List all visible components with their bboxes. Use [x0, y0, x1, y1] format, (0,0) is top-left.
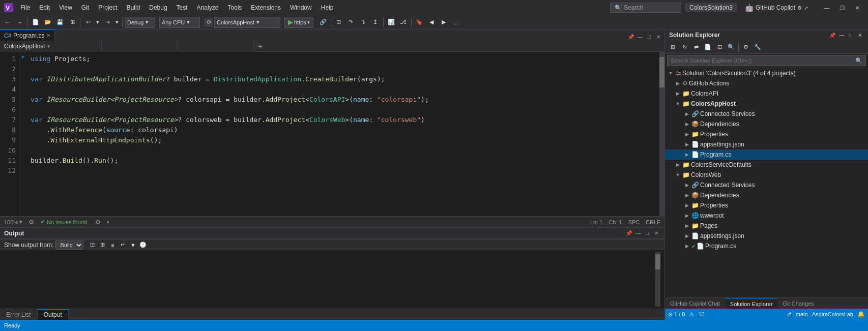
output-word-wrap-btn[interactable]: ↵ [118, 240, 127, 250]
minimize-button[interactable]: — [820, 3, 833, 12]
nav-add-btn[interactable]: + [254, 41, 266, 52]
bookmark-btn[interactable]: 🔖 [414, 17, 425, 28]
output-filter-btn[interactable]: ▼ [128, 240, 137, 250]
se-refresh-btn[interactable]: ↻ [679, 42, 690, 53]
output-content[interactable] [0, 250, 664, 309]
close-button[interactable]: ✕ [851, 3, 864, 12]
panel-close-btn[interactable]: ✕ [654, 33, 662, 41]
menu-analyze[interactable]: Analyze [193, 3, 223, 12]
output-scrollbar[interactable] [655, 252, 660, 307]
output-scrollbar-thumb[interactable] [655, 254, 660, 269]
menu-file[interactable]: File [16, 3, 34, 12]
se-tab-copilot[interactable]: GitHub Copilot Chat [665, 298, 725, 309]
redo-btn[interactable]: ↪ [102, 17, 113, 28]
tree-properties-2[interactable]: ▶ 📁 Properties [665, 200, 868, 210]
step-out-btn[interactable]: ↥ [370, 17, 381, 28]
title-search[interactable]: 🔍 Search [610, 3, 681, 13]
se-sync-btn[interactable]: ⇌ [690, 42, 702, 53]
se-tab-git[interactable]: Git Changes [778, 298, 819, 309]
output-align-left-btn[interactable]: ⊡ [88, 240, 97, 250]
menu-tools[interactable]: Tools [223, 3, 246, 12]
platform-dropdown[interactable]: Any CPU ▾ [159, 17, 200, 28]
nav-breadcrumb-1[interactable]: ColorsAppHost ▾ [0, 41, 102, 52]
menu-debug[interactable]: Debug [145, 3, 171, 12]
tree-colors-service-defaults[interactable]: ▶ 📁 ColorsServiceDefaults [665, 160, 868, 170]
scrollbar-thumb[interactable] [659, 57, 664, 87]
performance-btn[interactable]: 📊 [386, 17, 397, 28]
build-dropdown-icon[interactable]: ▾ [107, 220, 109, 225]
tree-dependencies-2[interactable]: ▶ 📦 Dependencies [665, 190, 868, 200]
se-search-input[interactable] [671, 57, 853, 64]
new-item-btn[interactable]: 📄 [30, 17, 41, 28]
se-show-files-btn[interactable]: 📄 [702, 42, 713, 53]
debug-config-dropdown[interactable]: Debug ▾ [125, 17, 155, 28]
output-minimize-btn[interactable]: — [634, 229, 642, 237]
prev-bookmark-btn[interactable]: ◀ [426, 17, 437, 28]
build-settings-icon[interactable]: ⚙ [95, 219, 101, 226]
tree-github-actions[interactable]: ▶ ⚙ GitHub Actions [665, 78, 868, 88]
tab-program-cs[interactable]: C# Program.cs ✕ [0, 29, 55, 41]
se-collapse-btn[interactable]: ⊞ [667, 42, 678, 53]
nav-breadcrumb-3[interactable] [178, 41, 254, 52]
more-btn[interactable]: … [450, 17, 461, 28]
menu-git[interactable]: Git [77, 3, 93, 12]
tree-program-cs-2[interactable]: ▶ ✔ 📄 Program.cs [665, 241, 868, 251]
se-properties-btn[interactable]: ⚙ [740, 42, 751, 53]
output-pin-btn[interactable]: 📌 [625, 229, 633, 237]
panel-minimize-btn[interactable]: — [636, 33, 644, 41]
tree-appsettings-2[interactable]: ▶ 📄 appsettings.json [665, 231, 868, 241]
se-pin-btn[interactable]: 📌 [828, 31, 836, 39]
code-editor[interactable]: 1 2 3 4 5 6 7 8 9 10 11 12 [0, 52, 664, 216]
nav-breadcrumb-2[interactable] [102, 41, 178, 52]
tree-colors-app-host[interactable]: ▼ 📁 ColorsAppHost [665, 99, 868, 109]
output-align-center-btn[interactable]: ⊞ [98, 240, 107, 250]
output-align-right-btn[interactable]: ≡ [108, 240, 117, 250]
code-content[interactable]: using Projects; var IDistributedApplicat… [26, 52, 659, 216]
panel-pin-btn[interactable]: 📌 [627, 33, 635, 41]
attach-debugger-btn[interactable]: 🔗 [317, 17, 329, 28]
tree-appsettings-1[interactable]: ▶ 📄 appsettings.json [665, 139, 868, 149]
se-status-branch[interactable]: main [796, 311, 808, 317]
tree-pages[interactable]: ▶ 📁 Pages [665, 221, 868, 231]
tree-solution[interactable]: ▼ 🗂 Solution 'ColorsSolution3' (4 of 4 p… [665, 68, 868, 78]
redo-dropdown[interactable]: ▾ [114, 17, 120, 28]
se-filter-btn[interactable]: 🔍 [726, 42, 737, 53]
menu-build[interactable]: Build [123, 3, 144, 12]
tree-colors-web[interactable]: ▼ 📁 ColorsWeb [665, 170, 868, 180]
save-btn[interactable]: 💾 [54, 17, 66, 28]
output-maximize-btn[interactable]: □ [643, 229, 651, 237]
se-status-warnings[interactable]: 10 [698, 311, 704, 317]
run-button[interactable]: ▶ https ▾ [284, 17, 313, 28]
output-clock-btn[interactable]: 🕐 [138, 240, 148, 250]
save-all-btn[interactable]: ⊞ [67, 17, 78, 28]
menu-project[interactable]: Project [94, 3, 121, 12]
github-copilot-btn[interactable]: 🤖 GitHub Copilot ⚙ ↗ [741, 4, 812, 12]
se-status-errors[interactable]: ⊘ 1 / 0 [668, 311, 685, 318]
tree-dependencies-1[interactable]: ▶ 📦 Dependencies [665, 119, 868, 129]
settings-icon[interactable]: ⚙ [28, 219, 34, 226]
tab-error-list[interactable]: Error List [0, 309, 38, 320]
se-minimize-btn[interactable]: — [837, 31, 846, 39]
next-bookmark-btn[interactable]: ▶ [438, 17, 449, 28]
tab-close-btn[interactable]: ✕ [46, 33, 50, 38]
menu-view[interactable]: View [55, 3, 76, 12]
breakpoints-btn[interactable]: ⊡ [333, 17, 344, 28]
back-btn[interactable]: ← [2, 17, 13, 28]
se-settings-btn[interactable]: 🔧 [752, 42, 763, 53]
se-close-btn[interactable]: ✕ [856, 31, 864, 39]
tree-program-cs-1[interactable]: ▶ 📄 Program.cs [665, 149, 868, 160]
panel-maximize-btn[interactable]: □ [645, 33, 653, 41]
step-into-btn[interactable]: ↴ [358, 17, 369, 28]
output-close-btn[interactable]: ✕ [652, 229, 660, 237]
undo-btn[interactable]: ↩ [82, 17, 94, 28]
zoom-control[interactable]: 100% ▾ [4, 219, 22, 225]
open-btn[interactable]: 📂 [42, 17, 53, 28]
git-btn[interactable]: ⎇ [398, 17, 409, 28]
restore-button[interactable]: ❐ [835, 3, 849, 12]
se-status-bell-icon[interactable]: 🔔 [857, 311, 865, 318]
se-tab-explorer[interactable]: Solution Explorer [725, 298, 778, 309]
se-maximize-btn[interactable]: □ [847, 31, 855, 39]
menu-test[interactable]: Test [172, 3, 192, 12]
menu-help[interactable]: Help [317, 3, 338, 12]
step-over-btn[interactable]: ↷ [345, 17, 357, 28]
